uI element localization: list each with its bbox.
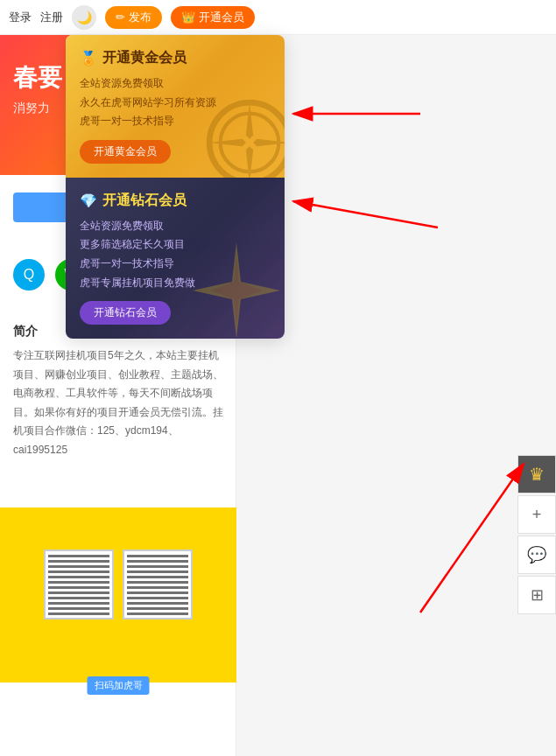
publish-button[interactable]: ✏ 发布: [105, 6, 162, 29]
gold-vip-title: 🏅 开通黄金会员: [80, 49, 271, 67]
diamond-vip-open-button[interactable]: 开通钻石会员: [80, 301, 171, 325]
vip-label: 开通会员: [199, 10, 244, 25]
nav-login[interactable]: 登录: [9, 10, 32, 25]
float-buttons-panel: ♛ + 💬 ⊞: [517, 455, 556, 614]
banner-title: 春要: [13, 61, 62, 94]
qr-image-right: [127, 554, 188, 615]
diamond-vip-title-text: 开通钻石会员: [102, 192, 187, 210]
float-qr-button[interactable]: ⊞: [517, 576, 556, 614]
vip-crown-icon: 👑: [181, 10, 195, 24]
moon-icon: 🌙: [77, 10, 92, 24]
float-wechat-icon: 💬: [527, 545, 546, 564]
theme-toggle-button[interactable]: 🌙: [72, 5, 96, 30]
vip-dropdown: 🏅 开通黄金会员 全站资源免费领取 永久在虎哥网站学习所有资源 虎哥一对一技术指…: [66, 35, 285, 339]
qr-wrapper-left: [44, 550, 114, 641]
qr-scan-button[interactable]: 扫码加虎哥: [88, 676, 150, 695]
gold-card-decoration: [206, 99, 285, 178]
gold-vip-card: 🏅 开通黄金会员 全站资源免费领取 永久在虎哥网站学习所有资源 虎哥一对一技术指…: [66, 35, 285, 178]
qr-code-right: [123, 550, 193, 620]
publish-label: 发布: [129, 10, 151, 25]
diamond-vip-card: 💎 开通钻石会员 全站资源免费领取 更多筛选稳定长久项目 虎哥一对一技术指导 虎…: [66, 178, 285, 339]
float-plus-button[interactable]: +: [517, 495, 556, 534]
qr-scan-label: 扫码加虎哥: [95, 680, 143, 690]
top-navbar: 登录 注册 🌙 ✏ 发布 👑 开通会员: [0, 0, 556, 35]
float-wechat-button[interactable]: 💬: [517, 536, 556, 574]
gold-vip-btn-label: 开通黄金会员: [94, 145, 157, 158]
diamond-card-decoration: [184, 238, 285, 339]
float-qr-icon: ⊞: [531, 585, 544, 605]
open-vip-button[interactable]: 👑 开通会员: [171, 6, 255, 29]
float-vip-button[interactable]: ♛: [517, 455, 556, 494]
intro-section: 简介 专注互联网挂机项目5年之久，本站主要挂机项目、网赚创业项目、创业教程、主题…: [0, 324, 236, 460]
intro-text: 专注互联网挂机项目5年之久，本站主要挂机项目、网赚创业项目、创业教程、主题战场、…: [13, 346, 223, 460]
diamond-feature-1: 全站资源免费领取: [80, 217, 271, 236]
qr-code-left: [44, 550, 114, 620]
publish-icon: ✏: [116, 10, 125, 24]
nav-register[interactable]: 注册: [40, 10, 63, 25]
qq-login-button[interactable]: Q: [13, 259, 45, 290]
svg-marker-3: [210, 256, 263, 326]
float-plus-icon: +: [532, 506, 542, 524]
float-crown-icon: ♛: [529, 464, 545, 485]
qr-image-left: [48, 554, 109, 615]
diamond-vip-title: 💎 开通钻石会员: [80, 192, 271, 210]
gold-vip-title-text: 开通黄金会员: [102, 49, 187, 67]
gold-vip-icon: 🏅: [80, 50, 97, 66]
qr-section: 扫码加虎哥: [0, 508, 236, 682]
banner-subtitle: 消努力: [13, 101, 50, 116]
diamond-vip-btn-label: 开通钻石会员: [94, 306, 157, 318]
qr-wrapper-right: [123, 550, 193, 641]
diamond-vip-icon: 💎: [80, 192, 97, 209]
gold-vip-open-button[interactable]: 开通黄金会员: [80, 140, 171, 164]
gold-feature-1: 全站资源免费领取: [80, 74, 271, 94]
